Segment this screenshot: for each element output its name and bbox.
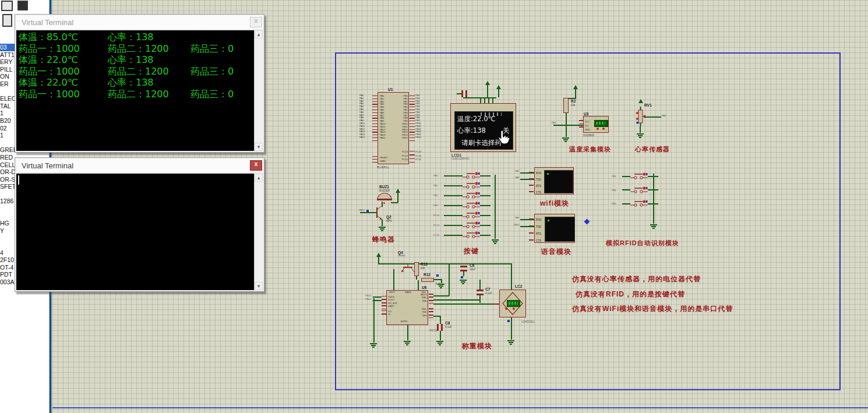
ds18b20-up-button[interactable]: [602, 128, 605, 130]
terminal-cell: 药品二：1200: [108, 66, 190, 77]
mcu-pin-label: PA15: [380, 137, 386, 140]
component-list-item[interactable]: HG: [0, 220, 15, 227]
mcu-pin-label: PB15: [393, 137, 408, 140]
scroll-down-icon[interactable]: ▼: [255, 282, 263, 290]
close-icon[interactable]: x: [250, 160, 262, 171]
power-arrow-icon: [485, 81, 490, 85]
wire: [444, 215, 463, 216]
component-list-item[interactable]: [0, 190, 15, 198]
transistor-q4[interactable]: [400, 264, 415, 274]
capacitor-c7[interactable]: [477, 290, 484, 295]
component-list-item[interactable]: RED: [0, 154, 15, 161]
wire: [480, 175, 491, 177]
ds18b20-part: DS18B20: [583, 134, 594, 137]
virtual-terminal-window-2[interactable]: Virtual Terminal x ▲ ▼: [15, 157, 264, 292]
component-list-item[interactable]: [0, 205, 15, 213]
pin-label: VSUP: [389, 291, 395, 294]
capacitor-c8[interactable]: [437, 324, 443, 331]
terminal-cell: 心率：138: [108, 77, 190, 89]
component-list-item[interactable]: 03: [0, 44, 15, 51]
component-list-item[interactable]: 2F10: [0, 256, 15, 264]
component-list-item[interactable]: OR-S: [0, 176, 15, 183]
component-list-item[interactable]: 1: [0, 132, 15, 139]
component-list-item[interactable]: PDT: [0, 271, 15, 278]
capacitor-c6[interactable]: [460, 266, 467, 271]
resistor-r13-value: 20k: [421, 267, 425, 270]
wire: [444, 235, 463, 236]
component-list-item[interactable]: 02: [0, 125, 15, 132]
key-button-row: PB9: [433, 200, 499, 210]
buzzer-pin-dot: [383, 202, 385, 204]
component-list-item[interactable]: CELL: [0, 161, 15, 169]
wire: [441, 279, 442, 283]
push-button[interactable]: [463, 211, 480, 219]
push-button[interactable]: [463, 221, 480, 229]
terminal-title-bar[interactable]: Virtual Terminal: [16, 159, 263, 173]
resistor-r13[interactable]: [414, 262, 419, 276]
resistor-r12[interactable]: [421, 278, 434, 282]
component-list-item[interactable]: ATT1K: [0, 51, 15, 59]
scroll-up-icon[interactable]: ▲: [255, 30, 263, 38]
component-list-item[interactable]: GREEN: [0, 146, 15, 154]
terminal-title-bar[interactable]: Virtual Terminal: [16, 16, 263, 30]
loadcell-up-button[interactable]: [513, 308, 515, 310]
component-list-item[interactable]: 003A: [0, 278, 15, 286]
push-button[interactable]: [463, 231, 480, 239]
loadcell-lc2[interactable]: [499, 290, 526, 317]
component-list-item[interactable]: ER: [0, 80, 15, 88]
ground-icon: [492, 239, 499, 245]
component-list-item[interactable]: SFET: [0, 183, 15, 190]
terminal-scrollbar[interactable]: ▲ ▼: [254, 174, 263, 290]
component-list-item[interactable]: Y: [0, 227, 15, 235]
resistor-r2[interactable]: [563, 98, 569, 113]
close-icon[interactable]: x: [250, 17, 262, 27]
ds18b20-down-button[interactable]: [597, 128, 599, 130]
push-button[interactable]: [463, 202, 480, 209]
push-button[interactable]: [463, 192, 480, 199]
component-list-item[interactable]: ERY: [0, 58, 15, 66]
terminal-cell: 药品二：1200: [108, 89, 190, 100]
component-list-item[interactable]: TAL: [0, 103, 15, 110]
ds18b20-pin-labels: VCCDQGND: [585, 119, 590, 132]
component-list-item[interactable]: [0, 242, 15, 249]
loadcell-down-button[interactable]: [505, 308, 507, 310]
wire: [488, 97, 489, 103]
component-list-item[interactable]: OR-D: [0, 168, 15, 176]
component-list-item[interactable]: ELEC: [0, 95, 15, 103]
buzzer-ref: BUZ1: [379, 185, 389, 189]
wire: [575, 89, 576, 98]
pin-label: INA-: [410, 299, 427, 302]
potentiometer-rv1[interactable]: [636, 107, 645, 126]
toolbar-icon[interactable]: [2, 14, 12, 27]
push-button[interactable]: [630, 200, 648, 207]
component-list-item[interactable]: OT-4: [0, 264, 15, 271]
component-list-item[interactable]: B20: [0, 117, 15, 125]
component-list-item[interactable]: [0, 213, 15, 220]
power-arrow-icon: [496, 85, 501, 89]
component-list-item[interactable]: 1286: [0, 197, 15, 205]
net-label: PA15: [359, 209, 365, 211]
component-list-item[interactable]: [0, 88, 15, 96]
key-button-row: PC13: [433, 210, 499, 220]
toolbar-icon[interactable]: [17, 1, 28, 10]
ground-icon: [460, 280, 467, 285]
push-button[interactable]: [630, 172, 648, 180]
scroll-up-icon[interactable]: ▲: [255, 174, 263, 182]
push-button[interactable]: [463, 182, 480, 189]
component-list-item[interactable]: 1: [0, 110, 15, 117]
component-list-item[interactable]: [0, 234, 15, 242]
toolbar-icon[interactable]: [1, 1, 13, 11]
scroll-down-icon[interactable]: ▼: [255, 143, 263, 151]
component-list-item[interactable]: [0, 139, 15, 147]
component-list-item[interactable]: ON: [0, 73, 15, 80]
weigh-module-label: 称重模块: [462, 341, 492, 351]
terminal-scrollbar[interactable]: ▲ ▼: [254, 30, 263, 151]
component-list-item[interactable]: 4: [0, 249, 15, 257]
virtual-terminal-window-1[interactable]: Virtual Terminal x 体温：85.0℃ 心率：138 药品一：1…: [15, 14, 264, 153]
net-label: PB1: [433, 184, 444, 187]
ground-icon: [404, 341, 411, 346]
push-button[interactable]: [463, 172, 480, 179]
component-list-item[interactable]: PILL: [0, 66, 15, 73]
push-button[interactable]: [630, 186, 648, 194]
wire: [433, 303, 492, 305]
